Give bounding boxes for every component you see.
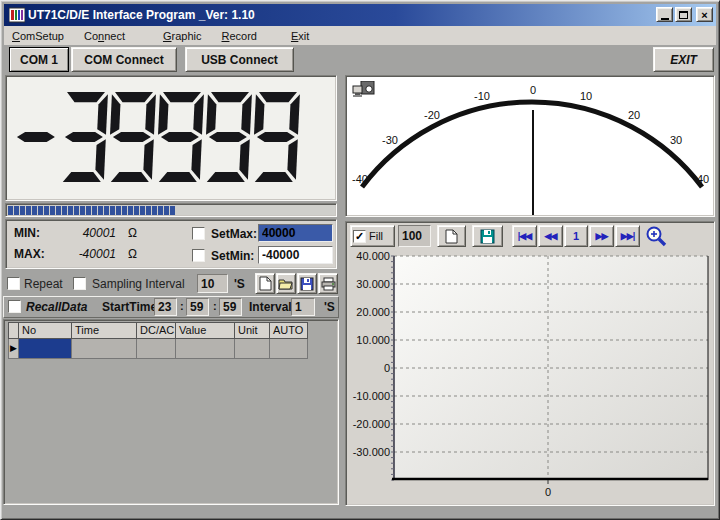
range-progress-bar	[5, 203, 337, 217]
menu-connect[interactable]: Connect	[78, 28, 131, 44]
setmax-label: SetMax:	[211, 227, 257, 241]
progress-segment	[20, 206, 25, 215]
setmin-label: SetMin:	[211, 249, 254, 263]
svg-text:-20.000: -20.000	[353, 418, 390, 430]
record-table-header: NoTimeDC/ACValueUnitAUTO	[8, 322, 308, 339]
starttime-label: StartTime	[102, 300, 157, 314]
fill-toggle[interactable]: ✓ Fill	[350, 225, 395, 247]
x-axis-label: 0	[545, 486, 551, 498]
next-page-icon: ▶▶	[596, 231, 608, 241]
open-record-button[interactable]	[276, 273, 296, 294]
min-unit: Ω	[128, 226, 137, 240]
progress-segment	[80, 206, 85, 215]
time-colon-2: :	[213, 300, 217, 312]
lcd-display-panel	[5, 75, 337, 201]
progress-segment	[8, 206, 13, 215]
progress-segment	[86, 206, 91, 215]
selector-header-cell	[8, 322, 19, 339]
fill-checkbox[interactable]: ✓	[353, 230, 366, 243]
cell-dcac[interactable]	[137, 339, 176, 359]
progress-segment	[26, 206, 31, 215]
gauge-tick-30: 30	[670, 134, 682, 146]
chart-save-button[interactable]	[472, 225, 503, 247]
exit-button[interactable]: EXIT	[653, 47, 714, 72]
progress-segment	[44, 206, 49, 215]
cell-time[interactable]	[72, 339, 137, 359]
com-connect-button[interactable]: COM Connect	[71, 47, 177, 72]
cell-no-selected[interactable]	[19, 339, 72, 359]
progress-segment	[62, 206, 67, 215]
save-record-button[interactable]	[297, 273, 317, 294]
close-button[interactable]: ×	[696, 7, 713, 22]
new-file-icon	[445, 229, 458, 244]
close-icon: ×	[701, 9, 707, 21]
page-number: 1	[573, 230, 579, 242]
new-record-button[interactable]	[255, 273, 275, 294]
progress-segment	[38, 206, 43, 215]
sample-count-input[interactable]	[398, 225, 431, 247]
zoom-icon[interactable]	[645, 225, 668, 248]
setmax-input[interactable]	[258, 224, 333, 242]
progress-segment	[68, 206, 73, 215]
cell-auto[interactable]	[270, 339, 308, 359]
com-port-button[interactable]: COM 1	[9, 47, 69, 72]
cell-value[interactable]	[176, 339, 235, 359]
repeat-checkbox[interactable]	[7, 277, 20, 290]
progress-segment	[164, 206, 169, 215]
recalldata-checkbox[interactable]	[8, 300, 21, 313]
lcd-value-display	[16, 92, 304, 182]
y-axis-labels: 40.000 30.000 20.000 10.000 0 -10.000 -2…	[353, 250, 390, 458]
chart-panel: ✓ Fill |◀◀ ◀◀ 1 ▶▶ ▶▶|	[345, 221, 715, 506]
chart-new-button[interactable]	[437, 225, 466, 247]
nav-next-button[interactable]: ▶▶	[589, 225, 614, 247]
nav-page-button[interactable]: 1	[564, 225, 588, 247]
col-unit: Unit	[235, 322, 270, 339]
progress-segment	[110, 206, 115, 215]
col-value: Value	[176, 322, 235, 339]
maximize-button[interactable]	[675, 7, 692, 22]
progress-segment	[32, 206, 37, 215]
trend-chart: 40.000 30.000 20.000 10.000 0 -10.000 -2…	[346, 248, 716, 507]
row-marker-cell[interactable]: ▶	[8, 339, 19, 359]
recall-panel: RecallData StartTime : : Interval 'S	[3, 296, 339, 318]
starttime-second-input[interactable]	[219, 298, 242, 316]
menu-record[interactable]: Record	[216, 28, 263, 44]
last-page-icon: ▶▶|	[621, 231, 634, 241]
progress-segment	[170, 206, 175, 215]
usb-connect-button[interactable]: USB Connect	[185, 47, 294, 72]
svg-text:30.000: 30.000	[356, 278, 390, 290]
progress-segment	[14, 206, 19, 215]
svg-text:0: 0	[384, 362, 390, 374]
recall-interval-input[interactable]	[291, 298, 315, 316]
menu-exit[interactable]: Exit	[285, 28, 315, 44]
nav-last-button[interactable]: ▶▶|	[615, 225, 640, 247]
gauge-tick--10: -10	[474, 90, 490, 102]
gauge-tick-20: 20	[628, 109, 640, 121]
setmin-input[interactable]	[258, 246, 333, 264]
cell-unit[interactable]	[235, 339, 270, 359]
y-axis-minor-ticks	[391, 256, 394, 480]
progress-segment	[50, 206, 55, 215]
print-record-button[interactable]	[318, 273, 338, 294]
max-label: MAX:	[14, 247, 45, 261]
sampling-interval-input[interactable]	[197, 274, 228, 293]
progress-segment	[122, 206, 127, 215]
nav-first-button[interactable]: |◀◀	[512, 225, 537, 247]
recall-unit-label: 'S	[324, 300, 335, 314]
app-window: UT71C/D/E Interface Program _Ver: 1.10 ×…	[0, 0, 720, 520]
nav-prev-button[interactable]: ◀◀	[538, 225, 563, 247]
starttime-hour-input[interactable]	[154, 298, 177, 316]
repeat-label: Repeat	[24, 277, 63, 291]
minmax-panel: MIN: 40001 Ω MAX: -40001 Ω SetMax: SetMi…	[5, 219, 337, 269]
setmax-checkbox[interactable]	[192, 227, 205, 240]
sampling-interval-checkbox[interactable]	[73, 277, 86, 290]
first-page-icon: |◀◀	[518, 231, 531, 241]
setmin-checkbox[interactable]	[192, 249, 205, 262]
minimize-button[interactable]	[656, 7, 673, 22]
progress-segment	[134, 206, 139, 215]
starttime-minute-input[interactable]	[186, 298, 209, 316]
maximize-icon	[679, 11, 688, 19]
menu-graphic[interactable]: Graphic	[157, 28, 208, 44]
menu-comsetup[interactable]: ComSetup	[6, 28, 70, 44]
titlebar[interactable]: UT71C/D/E Interface Program _Ver: 1.10 ×	[4, 4, 716, 26]
